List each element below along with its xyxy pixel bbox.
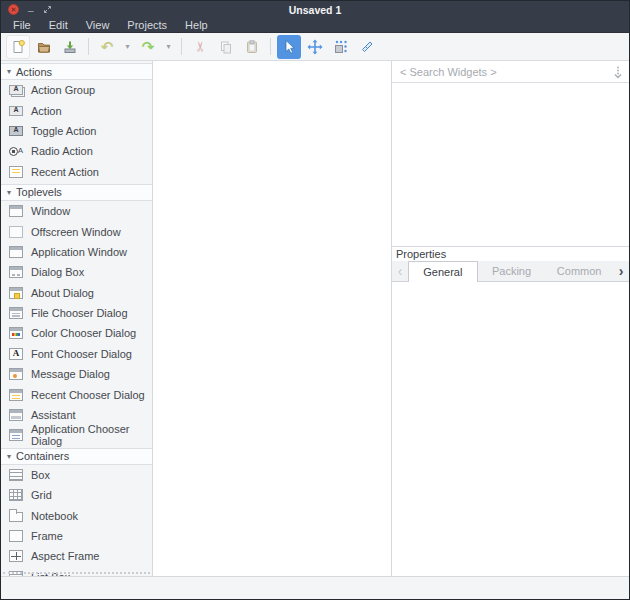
palette-section-containers[interactable]: ▾ Containers	[1, 448, 152, 465]
tab-common[interactable]: Common	[545, 261, 613, 281]
recent-chooser-dialog-icon	[9, 389, 23, 401]
design-canvas[interactable]	[153, 61, 391, 576]
palette-item-window[interactable]: Window	[1, 201, 152, 221]
margins-icon	[333, 39, 349, 55]
assistant-icon	[9, 409, 23, 421]
palette-item-label: Frame	[31, 530, 63, 542]
palette-item-color-chooser-dialog[interactable]: Color Chooser Dialog	[1, 323, 152, 343]
palette-item-label: File Chooser Dialog	[31, 307, 128, 319]
palette-item-file-chooser-dialog[interactable]: File Chooser Dialog	[1, 303, 152, 323]
offscreen-window-icon	[9, 226, 23, 238]
action-group-icon	[9, 85, 23, 95]
window-title: Unsaved 1	[1, 4, 629, 16]
undo-menu-button[interactable]: ▾	[121, 35, 134, 59]
palette-item-message-dialog[interactable]: Message Dialog	[1, 364, 152, 384]
cut-button[interactable]: ✂	[188, 35, 212, 59]
menu-projects[interactable]: Projects	[118, 18, 176, 33]
pointer-icon	[281, 39, 297, 55]
copy-button[interactable]	[214, 35, 238, 59]
radio-action-icon	[9, 145, 23, 157]
expander-triangle-icon: ▾	[7, 67, 11, 76]
properties-panel: Properties ‹ General Packing Common ›	[392, 246, 629, 576]
palette-section-actions[interactable]: ▾ Actions	[1, 63, 152, 80]
palette-item-label: Notebook	[31, 510, 78, 522]
search-drop-icon[interactable]	[607, 65, 629, 79]
new-project-icon	[10, 39, 26, 55]
palette-item-font-chooser-dialog[interactable]: Font Chooser Dialog	[1, 344, 152, 364]
alignment-icon	[359, 39, 375, 55]
save-button[interactable]	[58, 35, 82, 59]
new-project-button[interactable]	[6, 35, 30, 59]
paste-icon	[244, 39, 260, 55]
palette-item-label: Offscreen Window	[31, 226, 121, 238]
expander-triangle-icon: ▾	[7, 188, 11, 197]
paste-button[interactable]	[240, 35, 264, 59]
menu-view[interactable]: View	[77, 18, 119, 33]
palette-item-frame[interactable]: Frame	[1, 526, 152, 546]
palette-item-label: Grid	[31, 489, 52, 501]
palette-item-offscreen-window[interactable]: Offscreen Window	[1, 221, 152, 241]
tabs-scroll-left[interactable]: ‹	[392, 261, 408, 281]
toolbar-separator	[181, 38, 182, 55]
main-area: ▾ Actions Action Group Action Toggle Act…	[1, 61, 629, 576]
toolbar: ↶ ▾ ↷ ▾ ✂	[1, 33, 629, 61]
palette-item-grid[interactable]: Grid	[1, 485, 152, 505]
toolbar-separator	[88, 38, 89, 55]
edit-alignment-button[interactable]	[355, 35, 379, 59]
palette-item-label: Aspect Frame	[31, 550, 99, 562]
palette-item-application-window[interactable]: Application Window	[1, 242, 152, 262]
palette-item-action[interactable]: Action	[1, 100, 152, 120]
palette-item-notebook[interactable]: Notebook	[1, 505, 152, 525]
palette-item-dialog-box[interactable]: Dialog Box	[1, 262, 152, 282]
palette-item-recent-chooser-dialog[interactable]: Recent Chooser Dialog	[1, 384, 152, 404]
dialog-box-icon	[9, 266, 23, 278]
tabs-scroll-right[interactable]: ›	[613, 261, 629, 281]
redo-menu-button[interactable]: ▾	[162, 35, 175, 59]
menu-file[interactable]: File	[4, 18, 40, 33]
palette-item-action-group[interactable]: Action Group	[1, 80, 152, 100]
menu-bar: File Edit View Projects Help	[1, 18, 629, 33]
tab-packing[interactable]: Packing	[478, 261, 546, 281]
palette-item-application-chooser-dialog[interactable]: Application Chooser Dialog	[1, 425, 152, 445]
menu-edit[interactable]: Edit	[40, 18, 77, 33]
palette-item-label: Recent Chooser Dialog	[31, 389, 145, 401]
grid-icon	[9, 489, 23, 501]
window-icon	[9, 205, 23, 217]
palette-item-label: Box	[31, 469, 50, 481]
search-widgets-row	[392, 61, 629, 83]
properties-content	[392, 282, 629, 576]
chevron-down-icon: ▾	[125, 42, 129, 51]
move-arrows-icon	[307, 39, 323, 55]
drag-resize-button[interactable]	[303, 35, 327, 59]
palette-item-box[interactable]: Box	[1, 465, 152, 485]
palette-item-about-dialog[interactable]: About Dialog	[1, 283, 152, 303]
toggle-action-icon	[9, 126, 23, 136]
palette-item-aspect-frame[interactable]: Aspect Frame	[1, 546, 152, 566]
redo-button[interactable]: ↷	[136, 35, 160, 59]
search-widgets-input[interactable]	[392, 66, 607, 78]
palette-item-label: List Box	[31, 571, 70, 576]
palette-section-label: Toplevels	[16, 186, 62, 198]
palette-item-label: Message Dialog	[31, 368, 110, 380]
menu-help[interactable]: Help	[176, 18, 217, 33]
palette-item-list-box[interactable]: List Box	[1, 567, 152, 576]
palette-item-recent-action[interactable]: Recent Action	[1, 162, 152, 182]
palette-item-label: Action Group	[31, 84, 95, 96]
cut-icon: ✂	[193, 41, 208, 52]
undo-icon: ↶	[101, 38, 114, 56]
box-icon	[9, 469, 23, 481]
tab-general[interactable]: General	[408, 261, 478, 282]
palette-item-label: Toggle Action	[31, 125, 96, 137]
palette-item-label: Color Chooser Dialog	[31, 327, 136, 339]
palette-item-assistant[interactable]: Assistant	[1, 405, 152, 425]
expander-triangle-icon: ▾	[7, 452, 11, 461]
select-widgets-button[interactable]	[277, 35, 301, 59]
open-project-button[interactable]	[32, 35, 56, 59]
palette-item-label: About Dialog	[31, 287, 94, 299]
palette-item-toggle-action[interactable]: Toggle Action	[1, 121, 152, 141]
undo-button[interactable]: ↶	[95, 35, 119, 59]
palette-section-toplevels[interactable]: ▾ Toplevels	[1, 184, 152, 201]
palette-item-radio-action[interactable]: Radio Action	[1, 141, 152, 161]
edit-margins-button[interactable]	[329, 35, 353, 59]
title-bar: Unsaved 1 ✕ –	[1, 1, 629, 18]
